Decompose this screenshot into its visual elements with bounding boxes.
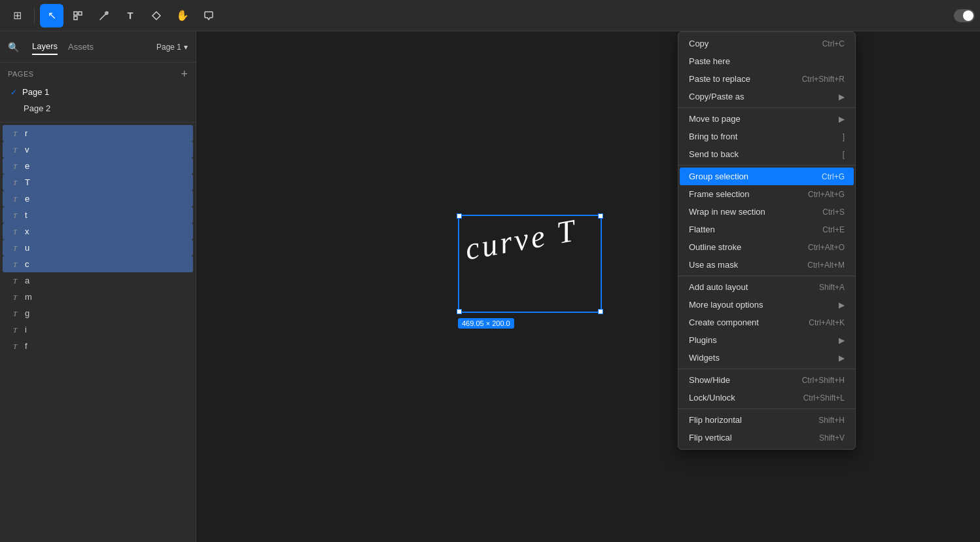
layer-item-a[interactable]: Ta: [3, 272, 193, 289]
layer-item-e1[interactable]: Te: [3, 158, 193, 174]
menu-item-frame-selection[interactable]: Frame selectionCtrl+Alt+G: [680, 185, 854, 203]
menu-item-create-component[interactable]: Create componentCtrl+Alt+K: [680, 314, 854, 331]
menu-item-copy[interactable]: CopyCtrl+C: [680, 35, 854, 52]
menu-item-plugins[interactable]: Plugins▶: [680, 331, 854, 349]
menu-item-more-layout-options[interactable]: More layout options▶: [680, 296, 854, 314]
layer-item-u[interactable]: Tu: [3, 240, 193, 256]
handle-bottom-left[interactable]: [457, 309, 462, 314]
layer-item-v[interactable]: Tv: [3, 141, 193, 158]
menu-item-label: Wrap in new section: [689, 207, 765, 217]
hand-tool-button[interactable]: ✋: [171, 4, 194, 27]
tab-assets[interactable]: Assets: [68, 39, 94, 54]
theme-toggle[interactable]: [954, 9, 975, 22]
svg-rect-0: [74, 12, 77, 15]
handle-bottom-right[interactable]: [598, 309, 603, 314]
menu-item-flip-horizontal[interactable]: Flip horizontalShift+H: [680, 411, 854, 429]
menu-item-use-as-mask[interactable]: Use as maskCtrl+Alt+M: [680, 256, 854, 274]
layer-type-icon: T: [10, 326, 20, 334]
layer-item-e2[interactable]: Te: [3, 190, 193, 207]
menu-item-group-selection[interactable]: Group selectionCtrl+G: [680, 168, 854, 185]
component-tool-button[interactable]: [145, 4, 168, 27]
pen-tool-button[interactable]: [92, 4, 116, 27]
context-menu: CopyCtrl+CPaste herePaste to replaceCtrl…: [678, 31, 856, 450]
layer-label: e: [25, 194, 29, 204]
menu-item-bring-to-front[interactable]: Bring to front]: [680, 128, 854, 145]
menu-item-paste-to-replace[interactable]: Paste to replaceCtrl+Shift+R: [680, 70, 854, 88]
menu-separator: [678, 276, 855, 276]
pages-section: Pages + ✓ Page 1 Page 2: [0, 63, 196, 122]
menu-item-label: Send to back: [689, 149, 739, 159]
frame-tool-button[interactable]: [66, 4, 90, 27]
menu-item-shortcut: Ctrl+Alt+M: [807, 261, 845, 270]
add-page-button[interactable]: +: [181, 68, 188, 80]
layer-type-icon: T: [10, 146, 20, 154]
canvas[interactable]: curve T 469.05 × 200.0 CopyCtrl+CPaste h…: [196, 31, 980, 542]
menu-item-wrap-in-new-section[interactable]: Wrap in new sectionCtrl+S: [680, 203, 854, 221]
layer-item-r[interactable]: Tr: [3, 125, 193, 141]
layer-label: u: [25, 243, 29, 253]
tab-layers[interactable]: Layers: [32, 39, 58, 55]
menu-item-shortcut: Ctrl+Shift+H: [802, 376, 845, 385]
layer-item-c[interactable]: Tc: [3, 256, 193, 272]
grid-tool-button[interactable]: ⊞: [5, 4, 29, 27]
layer-type-icon: T: [10, 228, 20, 236]
handle-top-left[interactable]: [457, 213, 462, 219]
menu-item-lock-unlock[interactable]: Lock/UnlockCtrl+Shift+L: [680, 389, 854, 406]
layer-label: g: [25, 308, 29, 318]
layer-type-icon: T: [10, 342, 20, 350]
page-item-page2[interactable]: Page 2: [8, 100, 188, 117]
menu-item-label: Flatten: [689, 225, 715, 234]
menu-item-shortcut: ]: [843, 132, 845, 141]
menu-item-move-to-page[interactable]: Move to page▶: [680, 110, 854, 128]
menu-item-add-auto-layout[interactable]: Add auto layoutShift+A: [680, 278, 854, 296]
layer-type-icon: T: [10, 162, 20, 170]
theme-toggle-dot: [963, 10, 973, 21]
menu-item-paste-here[interactable]: Paste here: [680, 52, 854, 70]
toolbar-separator-1: [34, 8, 35, 24]
page-item-page1[interactable]: ✓ Page 1: [8, 84, 188, 100]
menu-item-outline-stroke[interactable]: Outline strokeCtrl+Alt+O: [680, 238, 854, 256]
comment-tool-button[interactable]: [197, 4, 220, 27]
menu-item-flip-vertical[interactable]: Flip verticalShift+V: [680, 429, 854, 446]
svg-rect-2: [74, 16, 77, 20]
menu-item-show-hide[interactable]: Show/HideCtrl+Shift+H: [680, 371, 854, 389]
menu-item-label: Show/Hide: [689, 375, 730, 385]
layer-label: T: [25, 177, 30, 187]
layer-item-x[interactable]: Tx: [3, 223, 193, 240]
toolbar-right: [954, 9, 975, 22]
page-check-icon: ✓: [10, 88, 17, 97]
layer-label: a: [25, 276, 29, 285]
handle-top-right[interactable]: [598, 213, 603, 219]
menu-item-label: Copy: [689, 39, 709, 48]
menu-item-label: More layout options: [689, 300, 763, 310]
layer-item-m[interactable]: Tm: [3, 289, 193, 305]
canvas-content: curve T 469.05 × 200.0: [458, 215, 602, 313]
layer-item-i[interactable]: Ti: [3, 321, 193, 338]
layer-label: c: [25, 259, 29, 269]
submenu-arrow-icon: ▶: [839, 115, 845, 124]
layer-type-icon: T: [10, 261, 20, 268]
menu-item-send-to-back[interactable]: Send to back[: [680, 145, 854, 163]
sidebar: 🔍 Layers Assets Page 1 ▾ Pages + ✓ Page …: [0, 31, 196, 542]
layer-item-g[interactable]: Tg: [3, 305, 193, 321]
submenu-arrow-icon: ▶: [839, 336, 845, 345]
layer-label: e: [25, 161, 29, 171]
menu-item-label: Lock/Unlock: [689, 393, 735, 403]
menu-item-widgets[interactable]: Widgets▶: [680, 349, 854, 367]
layer-item-T[interactable]: TT: [3, 174, 193, 190]
submenu-arrow-icon: ▶: [839, 353, 845, 363]
text-tool-button[interactable]: T: [118, 4, 142, 27]
menu-item-copy-paste-as[interactable]: Copy/Paste as▶: [680, 88, 854, 105]
pages-title: Pages: [8, 70, 34, 78]
menu-item-shortcut: Shift+V: [819, 433, 845, 443]
layer-item-t[interactable]: Tt: [3, 207, 193, 223]
menu-separator: [678, 165, 855, 166]
pages-header: Pages +: [8, 68, 188, 80]
menu-separator: [678, 408, 855, 409]
layer-item-f[interactable]: Tf: [3, 338, 193, 354]
toolbar: ⊞ ↖ T ✋: [0, 0, 980, 31]
menu-item-flatten[interactable]: FlattenCtrl+E: [680, 221, 854, 238]
select-tool-button[interactable]: ↖: [40, 4, 63, 27]
layer-type-icon: T: [10, 130, 20, 137]
page-selector[interactable]: Page 1 ▾: [156, 43, 188, 52]
